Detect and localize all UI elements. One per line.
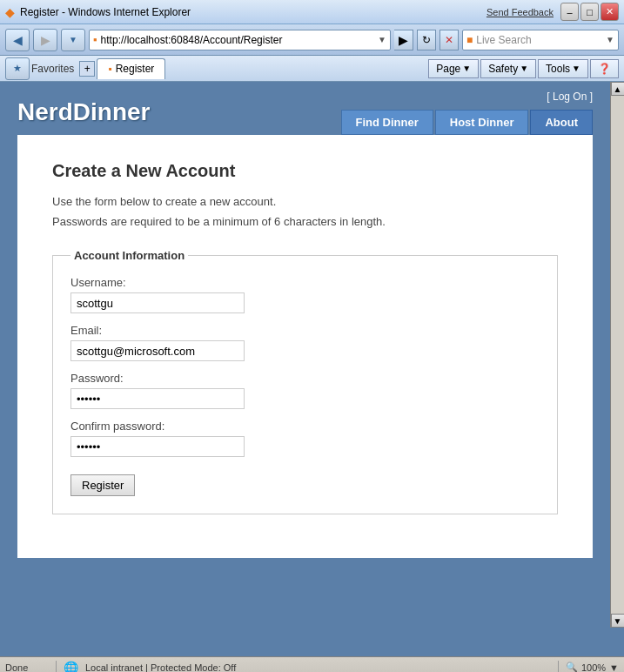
window-title: Register - Windows Internet Explorer — [20, 6, 486, 18]
app-header: NerdDinner [ Log On ] Find Dinner Host D… — [0, 82, 610, 135]
about-button[interactable]: About — [530, 110, 593, 135]
help-button[interactable]: ❓ — [590, 59, 619, 78]
safety-button[interactable]: Safety ▼ — [480, 59, 536, 78]
username-input[interactable] — [70, 292, 245, 313]
favorites-label[interactable]: Favorites — [31, 63, 74, 75]
recent-pages-button[interactable]: ▼ — [61, 29, 85, 51]
username-group: Username: — [70, 276, 540, 313]
page-description: Use the form below to create a new accou… — [52, 195, 558, 208]
address-text: http://localhost:60848/Account/Register — [101, 34, 376, 46]
toolbar-buttons: Page ▼ Safety ▼ Tools ▼ ❓ — [428, 59, 619, 78]
username-label: Username: — [70, 276, 540, 289]
status-done: Done — [5, 662, 49, 673]
globe-icon: 🌐 — [64, 661, 78, 673]
password-group: Password: — [70, 372, 540, 409]
status-divider — [56, 661, 57, 673]
page-heading: Create a New Account — [52, 161, 558, 181]
password-label: Password: — [70, 372, 540, 385]
safety-dropdown-arrow: ▼ — [520, 64, 528, 73]
nav-buttons: Find Dinner Host Dinner About — [341, 110, 593, 135]
go-button[interactable]: ▶ — [394, 30, 413, 50]
header-right: [ Log On ] Find Dinner Host Dinner About — [341, 91, 593, 135]
password-input[interactable] — [70, 388, 245, 409]
confirm-password-label: Confirm password: — [70, 420, 540, 433]
status-bar: Done 🌐 Local intranet | Protected Mode: … — [0, 656, 624, 672]
ie-icon: ◆ — [5, 5, 15, 19]
fieldset-legend: Account Information — [70, 249, 188, 262]
email-input[interactable] — [70, 340, 245, 361]
address-field[interactable]: ▪ http://localhost:60848/Account/Registe… — [89, 30, 391, 50]
status-divider-2 — [558, 661, 559, 673]
zoom-level: 100% — [581, 662, 606, 673]
stop-button[interactable]: ✕ — [439, 30, 459, 50]
tab-label: Register — [116, 63, 155, 75]
close-button[interactable]: ✕ — [601, 3, 619, 21]
confirm-password-group: Confirm password: — [70, 420, 540, 457]
refresh-button[interactable]: ↻ — [417, 30, 436, 50]
live-search-field[interactable]: ■ Live Search ▼ — [462, 30, 619, 50]
minimize-button[interactable]: – — [560, 3, 579, 21]
address-dropdown[interactable]: ▼ — [378, 35, 386, 44]
live-search-dropdown[interactable]: ▼ — [606, 35, 614, 44]
zoom-icon: 🔍 — [566, 662, 578, 672]
status-zoom: 🔍 100% ▼ — [566, 662, 619, 672]
window-controls: – □ ✕ — [560, 3, 619, 21]
page-dropdown-arrow: ▼ — [462, 64, 471, 73]
host-dinner-button[interactable]: Host Dinner — [435, 110, 529, 135]
favorites-button[interactable]: ★ — [5, 57, 30, 80]
scrollbar[interactable]: ▲ ▼ — [610, 82, 624, 628]
email-group: Email: — [70, 324, 540, 361]
account-info-fieldset: Account Information Username: Email: Pas… — [52, 249, 558, 514]
menu-bar: ★ Favorites + ▪ Register Page ▼ Safety ▼… — [0, 56, 624, 82]
send-feedback-link[interactable]: Send Feedback — [486, 7, 554, 17]
tools-button[interactable]: Tools ▼ — [538, 59, 588, 78]
add-tab-button[interactable]: + — [79, 61, 95, 77]
log-on-link[interactable]: [ Log On ] — [547, 91, 593, 103]
title-bar: ◆ Register - Windows Internet Explorer S… — [0, 0, 624, 24]
register-tab[interactable]: ▪ Register — [97, 58, 165, 79]
tools-dropdown-arrow: ▼ — [572, 64, 580, 73]
zoom-dropdown[interactable]: ▼ — [609, 662, 619, 673]
live-search-text: Live Search — [476, 34, 606, 46]
back-button[interactable]: ◀ — [5, 29, 30, 51]
address-bar: ◀ ▶ ▼ ▪ http://localhost:60848/Account/R… — [0, 24, 624, 56]
footer-space — [0, 558, 610, 628]
tab-icon: ▪ — [108, 63, 111, 75]
scroll-down-button[interactable]: ▼ — [611, 614, 625, 628]
main-content: Create a New Account Use the form below … — [17, 135, 593, 558]
confirm-password-input[interactable] — [70, 436, 245, 457]
content-area: NerdDinner [ Log On ] Find Dinner Host D… — [0, 82, 624, 656]
page-note: Passwords are required to be a minimum o… — [52, 215, 558, 228]
email-label: Email: — [70, 324, 540, 337]
maximize-button[interactable]: □ — [580, 3, 599, 21]
live-search-icon: ■ — [466, 34, 473, 46]
register-button[interactable]: Register — [70, 474, 135, 496]
status-intranet: Local intranet | Protected Mode: Off — [85, 662, 551, 673]
find-dinner-button[interactable]: Find Dinner — [341, 110, 433, 135]
scroll-up-button[interactable]: ▲ — [611, 82, 625, 96]
address-icon: ▪ — [93, 33, 97, 46]
page-button[interactable]: Page ▼ — [428, 59, 479, 78]
app-title: NerdDinner — [17, 98, 150, 135]
forward-button[interactable]: ▶ — [33, 29, 57, 51]
